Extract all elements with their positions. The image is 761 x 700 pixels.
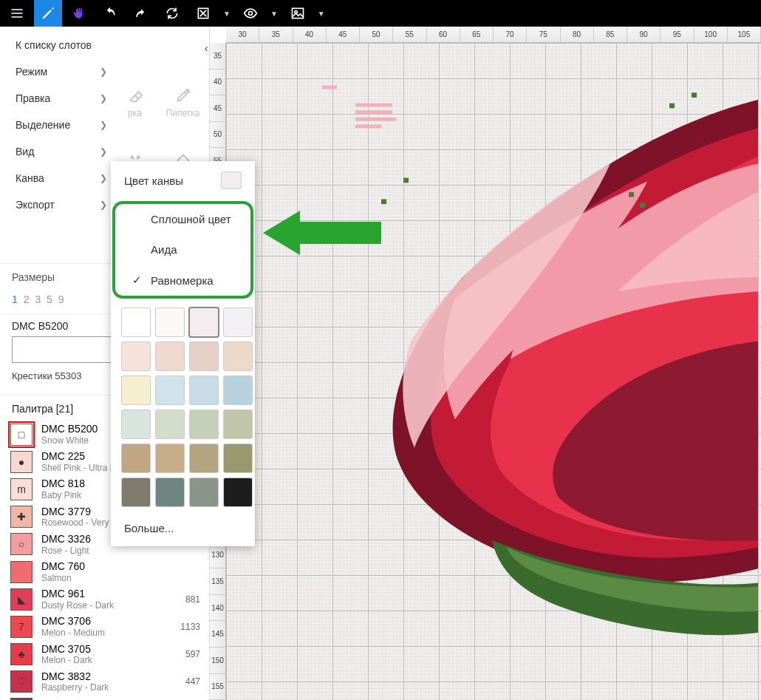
palette-row[interactable]: 7DMC 3706Melon - Medium1133 — [0, 613, 209, 640]
color-swatch[interactable] — [121, 376, 151, 405]
palette-swatch: ✚ — [10, 506, 33, 528]
color-swatch[interactable] — [223, 444, 253, 473]
svg-rect-2 — [292, 8, 303, 18]
hand-icon[interactable] — [65, 0, 93, 27]
menu-item[interactable]: Вид❯ — [7, 138, 116, 165]
canvas-submenu-popup: Цвет канвы Сплошной цветАида✓Равномерка … — [111, 161, 255, 546]
palette-swatch: ♡ — [10, 670, 33, 693]
color-swatch[interactable] — [223, 307, 253, 337]
top-toolbar: ▼ ▼ ▼ — [0, 0, 761, 27]
palette-swatch: ♣ — [10, 643, 33, 665]
canvas-type-option[interactable]: Сплошной цвет — [115, 204, 250, 234]
boxed-x-icon[interactable] — [189, 0, 217, 27]
palette-row[interactable]: ◆DMC 3350Dusty Rose - Ultra Dark257 — [0, 696, 209, 700]
canvas-type-options: Сплошной цветАида✓Равномерка — [112, 201, 253, 299]
dropdown-arrow-3[interactable]: ▼ — [315, 10, 328, 18]
ghost-tool-a: рка — [128, 108, 142, 118]
menu-item[interactable]: Выделение❯ — [7, 112, 116, 138]
color-swatch[interactable] — [155, 410, 185, 439]
ghost-tools: рка Пипетка — [111, 87, 207, 118]
color-swatch[interactable] — [189, 307, 219, 337]
palette-swatch: ● — [10, 451, 33, 473]
canvas-color-current-swatch — [221, 171, 242, 189]
pencil-icon[interactable] — [34, 0, 62, 27]
palette-swatch: ◣ — [10, 588, 33, 611]
undo-icon[interactable] — [96, 0, 124, 27]
color-swatch[interactable] — [189, 341, 219, 371]
redo-icon[interactable] — [127, 0, 155, 27]
menu-icon[interactable] — [3, 0, 31, 27]
dropdown-arrow-1[interactable]: ▼ — [220, 10, 233, 18]
eraser-icon — [127, 87, 143, 103]
image-icon[interactable] — [284, 0, 312, 27]
color-swatch[interactable] — [155, 376, 185, 405]
canvas-color-label: Цвет канвы — [124, 174, 183, 187]
refresh-icon[interactable] — [158, 0, 186, 27]
palette-swatch — [10, 561, 33, 583]
palette-row[interactable]: ◣DMC 961Dusty Rose - Dark881 — [0, 585, 209, 613]
palette-swatch: ○ — [10, 533, 33, 555]
color-swatch[interactable] — [121, 307, 151, 337]
color-swatch[interactable] — [121, 478, 151, 507]
menu-item[interactable]: Режим❯ — [7, 58, 116, 85]
canvas-type-option[interactable]: ✓Равномерка — [115, 265, 250, 296]
color-swatch[interactable] — [223, 341, 253, 371]
color-swatch[interactable] — [189, 444, 219, 473]
svg-point-1 — [248, 12, 252, 16]
color-swatch[interactable] — [121, 410, 151, 439]
palette-row[interactable]: DMC 760Salmon — [0, 558, 209, 585]
main-menu: К списку слотовРежим❯Правка❯Выделение❯Ви… — [6, 31, 117, 219]
menu-item[interactable]: Экспорт❯ — [7, 191, 116, 218]
canvas-area[interactable]: 3035404550556065707580859095100105 35404… — [210, 27, 761, 700]
menu-item[interactable]: К списку слотов — [7, 32, 116, 58]
more-colors-button[interactable]: Больше... — [111, 512, 255, 546]
palette-row[interactable]: ♡DMC 3832Raspberry - Dark447 — [0, 668, 209, 696]
color-swatch[interactable] — [121, 444, 151, 473]
palette-swatch: 7 — [10, 616, 33, 638]
dropdown-arrow-2[interactable]: ▼ — [267, 10, 281, 18]
color-swatch[interactable] — [189, 410, 219, 439]
menu-item[interactable]: Правка❯ — [7, 85, 116, 112]
color-swatch[interactable] — [155, 341, 185, 371]
color-swatch[interactable] — [155, 478, 185, 507]
color-swatch[interactable] — [155, 444, 185, 473]
ghost-tool-b: Пипетка — [166, 108, 200, 118]
menu-item[interactable]: Канва❯ — [7, 165, 116, 191]
color-swatch[interactable] — [121, 341, 151, 371]
canvas-type-option[interactable]: Аида — [115, 234, 250, 265]
color-swatch[interactable] — [223, 376, 253, 405]
color-swatch[interactable] — [223, 478, 253, 507]
ruler-horizontal: 3035404550556065707580859095100105 — [226, 27, 761, 43]
palette-swatch: m — [10, 478, 33, 500]
canvas-color-row[interactable]: Цвет канвы — [111, 161, 255, 200]
eyedropper-icon — [175, 87, 191, 103]
palette-swatch: □ — [10, 424, 33, 446]
color-swatch[interactable] — [155, 307, 185, 337]
canvas-grid[interactable] — [226, 43, 761, 700]
color-swatch[interactable] — [189, 478, 219, 507]
palette-row[interactable]: ♣DMC 3705Melon - Dark597 — [0, 641, 209, 668]
canvas-color-grid — [111, 300, 255, 512]
color-swatch[interactable] — [189, 376, 219, 405]
eye-icon[interactable] — [236, 0, 265, 27]
color-swatch[interactable] — [223, 410, 253, 439]
